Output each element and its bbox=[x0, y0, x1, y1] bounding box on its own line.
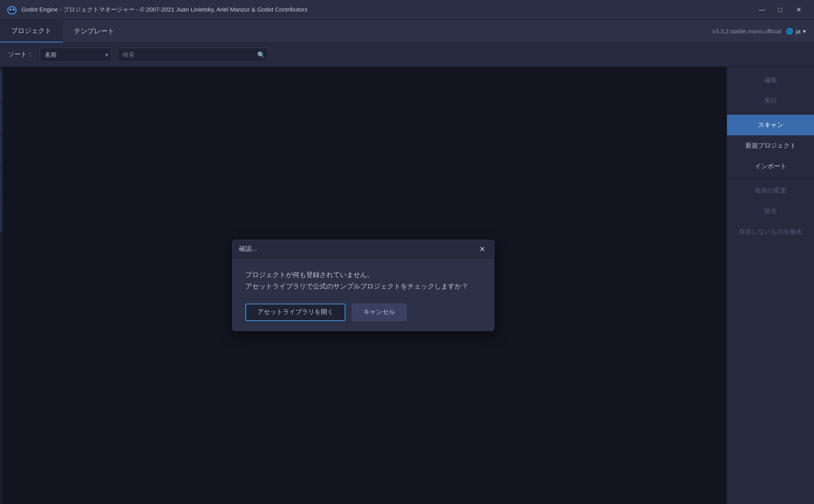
chevron-down-icon: ▾ bbox=[803, 28, 806, 35]
confirm-dialog: 確認... ✕ プロジェクトが何も登録されていません。 アセットライブラリで公式… bbox=[232, 240, 494, 331]
toolbar-left: ソート： 名前 更新日時 パス ▾ 🔍 bbox=[0, 48, 814, 62]
svg-point-2 bbox=[10, 8, 12, 10]
sidebar-divider bbox=[727, 113, 814, 113]
run-button[interactable]: 実行 bbox=[727, 90, 814, 111]
maximize-button[interactable]: □ bbox=[771, 3, 789, 17]
dialog-titlebar: 確認... ✕ bbox=[233, 240, 494, 258]
sort-label: ソート： bbox=[8, 50, 33, 59]
tab-template[interactable]: テンプレート bbox=[63, 20, 125, 42]
menubar-right: v3.3.2.stable.mono.official 🌐 ja ▾ bbox=[712, 28, 814, 35]
app-icon bbox=[6, 4, 17, 15]
sidebar: 編集 実行 スキャン 新規プロジェクト インポート 名前の変更 除去 存在しない… bbox=[727, 67, 814, 504]
new-project-button[interactable]: 新規プロジェクト bbox=[727, 135, 814, 156]
svg-point-3 bbox=[13, 8, 15, 10]
close-button[interactable]: ✕ bbox=[789, 3, 808, 17]
svg-rect-4 bbox=[10, 6, 12, 8]
sidebar-divider-2 bbox=[727, 178, 814, 179]
svg-rect-5 bbox=[12, 6, 14, 8]
version-label: v3.3.2.stable.mono.official bbox=[712, 28, 781, 35]
language-selector[interactable]: 🌐 ja ▾ bbox=[786, 28, 806, 35]
dialog-overlay: 確認... ✕ プロジェクトが何も登録されていません。 アセットライブラリで公式… bbox=[0, 67, 727, 504]
dialog-body: プロジェクトが何も登録されていません。 アセットライブラリで公式のサンプルプロジ… bbox=[233, 258, 494, 331]
titlebar: Godot Engine - プロジェクトマネージャー - © 2007-202… bbox=[0, 0, 814, 20]
project-list: 確認... ✕ プロジェクトが何も登録されていません。 アセットライブラリで公式… bbox=[0, 67, 727, 504]
toolbar: ソート： 名前 更新日時 パス ▾ 🔍 bbox=[0, 43, 814, 67]
dialog-message-line2: アセットライブラリで公式のサンプルプロジェクトをチェックしますか？ bbox=[245, 281, 481, 292]
edit-button[interactable]: 編集 bbox=[727, 70, 814, 90]
scan-button[interactable]: スキャン bbox=[727, 115, 814, 135]
search-input[interactable] bbox=[118, 48, 268, 62]
sort-select[interactable]: 名前 更新日時 パス bbox=[40, 48, 111, 62]
dialog-buttons: アセットライブラリを開く キャンセル bbox=[245, 304, 481, 321]
menubar: プロジェクト テンプレート v3.3.2.stable.mono.officia… bbox=[0, 20, 814, 43]
search-icon[interactable]: 🔍 bbox=[257, 51, 265, 58]
svg-point-1 bbox=[8, 7, 15, 13]
sort-dropdown-wrap: 名前 更新日時 パス ▾ bbox=[40, 48, 111, 62]
remove-button[interactable]: 除去 bbox=[727, 201, 814, 221]
rename-button[interactable]: 名前の変更 bbox=[727, 180, 814, 201]
minimize-button[interactable]: — bbox=[753, 3, 771, 17]
main-area: 確認... ✕ プロジェクトが何も登録されていません。 アセットライブラリで公式… bbox=[0, 67, 814, 504]
search-wrap: 🔍 bbox=[118, 48, 268, 62]
tab-project[interactable]: プロジェクト bbox=[0, 20, 63, 42]
dialog-title: 確認... bbox=[239, 245, 476, 253]
cancel-button[interactable]: キャンセル bbox=[352, 304, 407, 321]
titlebar-title: Godot Engine - プロジェクトマネージャー - © 2007-202… bbox=[21, 6, 749, 13]
globe-icon: 🌐 bbox=[786, 28, 793, 35]
lang-label: ja bbox=[796, 28, 800, 35]
remove-missing-button[interactable]: 存在しないものを除去 bbox=[727, 221, 814, 242]
open-asset-library-button[interactable]: アセットライブラリを開く bbox=[245, 304, 345, 321]
dialog-message-line1: プロジェクトが何も登録されていません。 bbox=[245, 269, 481, 281]
window-controls: — □ ✕ bbox=[753, 3, 808, 17]
import-button[interactable]: インポート bbox=[727, 156, 814, 177]
dialog-message: プロジェクトが何も登録されていません。 アセットライブラリで公式のサンプルプロジ… bbox=[245, 269, 481, 292]
dialog-close-button[interactable]: ✕ bbox=[476, 244, 488, 255]
